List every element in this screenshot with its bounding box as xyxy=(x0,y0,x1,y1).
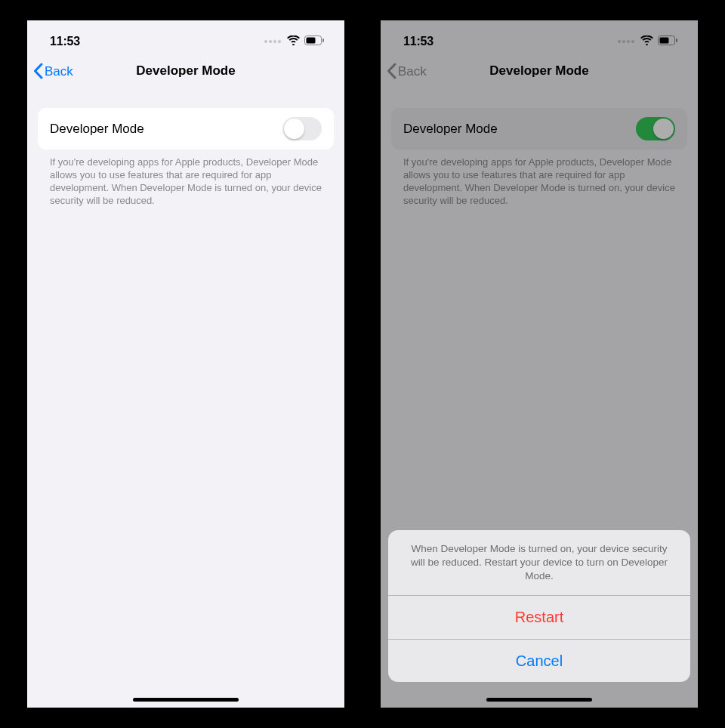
restart-button[interactable]: Restart xyxy=(388,596,690,639)
svg-rect-2 xyxy=(322,39,324,42)
phone-right: 11:53 Back Developer Mode Developer Mode… xyxy=(381,20,698,708)
action-sheet-group: When Developer Mode is turned on, your d… xyxy=(388,530,690,682)
home-indicator[interactable] xyxy=(486,698,592,702)
battery-icon xyxy=(304,35,325,48)
developer-mode-description: If you're developing apps for Apple prod… xyxy=(38,150,334,207)
back-label: Back xyxy=(45,63,73,79)
developer-mode-row[interactable]: Developer Mode xyxy=(38,108,334,150)
action-sheet-message: When Developer Mode is turned on, your d… xyxy=(388,530,690,596)
developer-mode-label: Developer Mode xyxy=(50,122,144,137)
status-right xyxy=(264,35,325,48)
phone-left: 11:53 Back Developer Mode Developer Mode… xyxy=(27,20,344,708)
home-indicator[interactable] xyxy=(133,698,239,702)
status-bar: 11:53 xyxy=(27,20,344,55)
developer-mode-toggle[interactable] xyxy=(282,117,322,140)
content: Developer Mode If you're developing apps… xyxy=(27,87,344,207)
action-sheet: When Developer Mode is turned on, your d… xyxy=(388,530,690,682)
page-title: Developer Mode xyxy=(136,63,235,79)
cellular-icon xyxy=(264,40,281,43)
wifi-icon xyxy=(287,35,300,48)
back-button[interactable]: Back xyxy=(33,63,73,79)
chevron-left-icon xyxy=(33,63,43,79)
svg-rect-1 xyxy=(307,38,316,44)
status-time: 11:53 xyxy=(50,35,80,48)
cancel-button[interactable]: Cancel xyxy=(388,639,690,682)
nav-bar: Back Developer Mode xyxy=(27,55,344,87)
